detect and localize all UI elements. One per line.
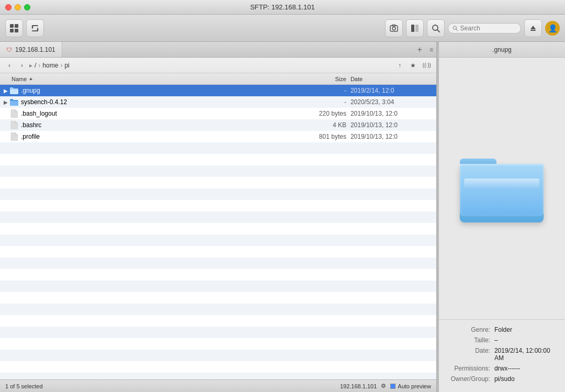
info-date: Date: 2019/2/14, 12:00:00 AM [447, 347, 557, 362]
window-title: SFTP: 192.168.1.101 [250, 3, 315, 11]
path-actions: ↑ ★ ((·)) [394, 60, 432, 71]
file-icon [9, 132, 19, 141]
folder-icon [9, 86, 19, 95]
table-row[interactable]: .profile801 bytes2019/10/13, 12:0 [0, 131, 436, 142]
empty-row [0, 211, 436, 223]
breadcrumb-root[interactable]: / [35, 62, 36, 69]
status-separator: ⚙ [381, 383, 386, 389]
owner-value: pi/sudo [494, 375, 515, 383]
genre-label: Genre: [447, 326, 494, 333]
preview-icon-area [439, 58, 565, 319]
server-tab[interactable]: 🛡 192.168.1.101 [0, 42, 62, 57]
file-date: 2019/10/13, 12:0 [351, 121, 434, 129]
path-sep2: › [60, 62, 62, 69]
auto-preview-toggle[interactable]: Auto preview [390, 383, 431, 389]
empty-row [0, 373, 436, 379]
file-date: 2020/5/23, 3:04 [351, 98, 434, 106]
search-icon [453, 25, 458, 31]
search-input[interactable] [460, 25, 516, 32]
file-list[interactable]: ▶ .gnupg-2019/2/14, 12:0▶ sysbench-0.4.1… [0, 85, 436, 379]
toolbar: 👤 [0, 15, 565, 42]
search-field[interactable] [448, 23, 521, 33]
file-size: 4 KB [309, 121, 351, 129]
user-avatar[interactable]: 👤 [545, 21, 560, 36]
file-size: - [309, 98, 351, 106]
view-toggle-btn[interactable] [406, 19, 424, 37]
taille-value: – [494, 337, 498, 344]
expand-arrow[interactable]: ▶ [2, 88, 9, 94]
permissions-label: Permissions: [447, 365, 494, 372]
info-owner: Owner/Group: pi/sudo [447, 375, 557, 383]
file-panel: 🛡 192.168.1.101 + ≡ ‹ › ▸ / › home › pi … [0, 42, 437, 392]
bookmark-button[interactable]: ★ [408, 60, 419, 71]
svg-rect-16 [530, 30, 536, 31]
empty-row [0, 350, 436, 361]
svg-rect-0 [10, 24, 14, 28]
forward-button[interactable]: › [17, 60, 27, 71]
svg-rect-3 [15, 29, 18, 32]
add-tab-button[interactable]: + [413, 42, 426, 57]
file-name: sysbench-0.4.12 [21, 98, 309, 106]
up-button[interactable]: ↑ [394, 60, 405, 71]
date-value: 2019/2/14, 12:00:00 AM [494, 347, 557, 362]
column-size-header[interactable]: Size [309, 76, 351, 82]
permissions-value: drwx------ [494, 365, 520, 372]
table-row[interactable]: ▶ .gnupg-2019/2/14, 12:0 [0, 85, 436, 96]
server-tab-bar: 🛡 192.168.1.101 + ≡ [0, 42, 436, 58]
file-date: 2019/2/14, 12:0 [351, 87, 434, 94]
folder-icon [9, 97, 19, 107]
svg-marker-17 [29, 77, 32, 80]
browse-btn[interactable] [5, 19, 23, 37]
back-button[interactable]: ‹ [4, 60, 15, 71]
column-headers: Name Size Date [0, 73, 436, 85]
breadcrumb-home[interactable]: home [42, 62, 58, 69]
table-row[interactable]: .bashrc4 KB2019/10/13, 12:0 [0, 119, 436, 131]
svg-rect-10 [415, 25, 419, 32]
file-icon [9, 120, 19, 130]
path-separator-root: ▸ [29, 62, 32, 69]
status-ip: 192.168.1.101 [340, 383, 377, 389]
maximize-button[interactable] [24, 4, 30, 10]
svg-rect-9 [411, 25, 414, 32]
window-controls [5, 4, 30, 10]
breadcrumb-pi[interactable]: pi [64, 62, 69, 69]
main-area: 🛡 192.168.1.101 + ≡ ‹ › ▸ / › home › pi … [0, 42, 565, 392]
info-genre: Genre: Folder [447, 326, 557, 333]
auto-preview-checkbox[interactable] [390, 384, 396, 389]
empty-row [0, 361, 436, 373]
column-date-header[interactable]: Date [351, 76, 434, 82]
column-name-header[interactable]: Name [9, 76, 309, 82]
path-bar: ‹ › ▸ / › home › pi ↑ ★ ((·)) [0, 58, 436, 73]
file-size: 220 bytes [309, 110, 351, 117]
search-toggle-btn[interactable] [427, 19, 445, 37]
file-icon [9, 109, 19, 118]
minimize-button[interactable] [15, 4, 21, 10]
svg-rect-2 [10, 29, 14, 32]
empty-row [0, 188, 436, 200]
auto-preview-label: Auto preview [398, 383, 431, 389]
eject-btn[interactable] [524, 19, 542, 37]
table-row[interactable]: .bash_logout220 bytes2019/10/13, 12:0 [0, 108, 436, 119]
preview-info: Genre: Folder Taille: – Date: 2019/2/14,… [439, 319, 565, 392]
file-name: .gnupg [21, 87, 309, 94]
empty-row [0, 257, 436, 269]
empty-row [0, 281, 436, 292]
screenshot-btn[interactable] [385, 19, 403, 37]
file-size: 801 bytes [309, 133, 351, 140]
empty-row [0, 304, 436, 315]
empty-row [0, 200, 436, 211]
genre-value: Folder [494, 326, 512, 333]
file-date: 2019/10/13, 12:0 [351, 110, 434, 117]
file-date: 2019/10/13, 12:0 [351, 133, 434, 140]
table-row[interactable]: ▶ sysbench-0.4.12-2020/5/23, 3:04 [0, 96, 436, 108]
close-button[interactable] [5, 4, 12, 10]
expand-arrow[interactable]: ▶ [2, 99, 9, 105]
owner-label: Owner/Group: [447, 375, 494, 383]
info-taille: Taille: – [447, 337, 557, 344]
svg-line-12 [437, 30, 439, 32]
svg-rect-1 [15, 24, 18, 28]
sync-btn[interactable] [26, 19, 44, 37]
sync-indicator[interactable]: ((·)) [422, 60, 432, 71]
empty-row [0, 315, 436, 327]
tab-list-button[interactable]: ≡ [426, 42, 436, 57]
